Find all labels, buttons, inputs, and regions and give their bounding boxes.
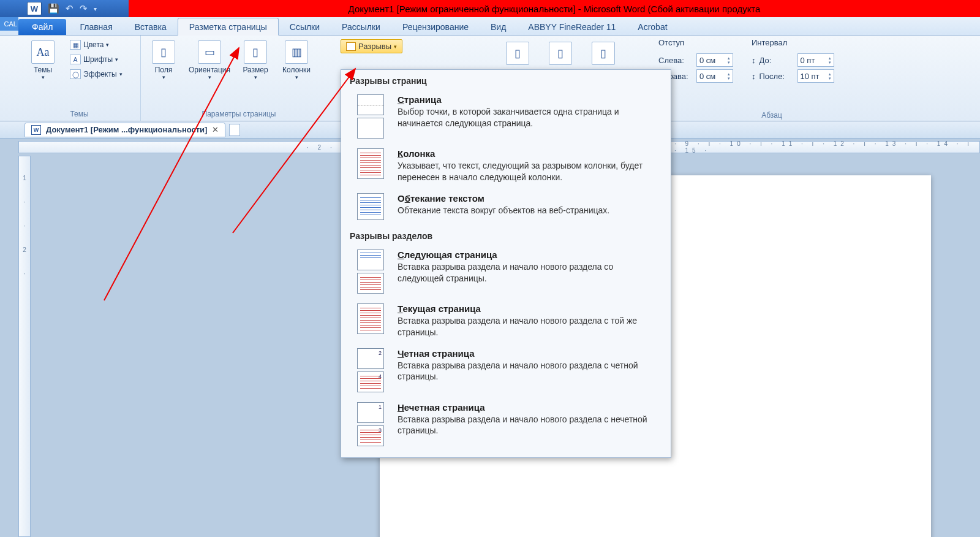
group-themes: Aa Темы ▾ ▦Цвета▾ AШрифты▾ ◯Эффекты▾ Тем…: [18, 36, 141, 121]
break-page[interactable]: СтраницаВыбор точки, в которой заканчива…: [341, 90, 671, 143]
orientation-button[interactable]: ▭Ориентация▾: [185, 38, 234, 83]
fonts-icon: A: [70, 55, 81, 64]
borders-placeholder[interactable]: ▯: [588, 39, 619, 70]
tab-mailings[interactable]: Рассылки: [331, 18, 391, 35]
spacing-header: Интервал: [752, 38, 834, 51]
size-button[interactable]: ▯Размер▾: [238, 38, 273, 83]
fonts-button[interactable]: AШрифты▾: [66, 53, 126, 66]
quick-access-toolbar: 💾 ↶ ↷ ▾: [48, 3, 97, 14]
breaks-icon: [346, 42, 356, 51]
margins-icon: ▯: [152, 40, 175, 64]
tab-acrobat[interactable]: Acrobat: [627, 18, 678, 35]
break-column[interactable]: КолонкаУказывает, что текст, следующий з…: [341, 143, 671, 188]
columns-icon: ▥: [285, 40, 308, 64]
spacing-after-icon: ↕: [752, 72, 756, 81]
paragraph-group-label: Абзац: [735, 111, 809, 120]
spacing-after-input[interactable]: 10 пт▴▾: [797, 69, 834, 83]
break-text-wrapping[interactable]: Обтекание текстомОбтекание текста вокруг…: [341, 188, 671, 225]
orientation-icon: ▭: [198, 40, 221, 64]
group-page-setup: ▯Поля▾ ▭Ориентация▾ ▯Размер▾ ▥Колонки▾ П…: [141, 36, 337, 121]
ribbon-tabs: Файл Главная Вставка Разметка страницы С…: [0, 17, 980, 36]
colors-icon: ▦: [70, 40, 81, 50]
document-tab[interactable]: W Документ1 [Режим ...функциональности] …: [24, 123, 225, 137]
tab-review[interactable]: Рецензирование: [391, 18, 480, 35]
spacing-before-input[interactable]: 0 пт▴▾: [797, 53, 834, 67]
indent-header: Отступ: [658, 38, 733, 51]
undo-icon[interactable]: ↶: [66, 3, 74, 14]
left-stub: CAL: [0, 17, 18, 31]
tab-insert[interactable]: Вставка: [124, 18, 178, 35]
themes-button[interactable]: Aa Темы ▾: [23, 38, 62, 83]
effects-button[interactable]: ◯Эффекты▾: [66, 67, 126, 81]
title-text: Документ1 [Режим ограниченной функционал…: [129, 0, 980, 17]
margins-button[interactable]: ▯Поля▾: [146, 38, 181, 83]
size-icon: ▯: [244, 40, 267, 64]
pagecolor-placeholder[interactable]: ▯: [545, 39, 576, 70]
word-icon: W: [27, 2, 42, 15]
breaks-dropdown: Разрывы страниц СтраницаВыбор точки, в к…: [341, 69, 671, 458]
titlebar: W 💾 ↶ ↷ ▾ Документ1 [Режим ограниченной …: [0, 0, 980, 17]
document-icon: W: [31, 125, 41, 135]
pagecolor-icon: ▯: [549, 42, 572, 65]
break-continuous[interactable]: Текущая страницаВставка разрыва раздела …: [341, 299, 671, 343]
columns-button[interactable]: ▥Колонки▾: [277, 38, 316, 83]
breaks-button[interactable]: Разрывы ▾: [341, 39, 402, 53]
section-page-breaks: Разрывы страниц: [341, 70, 671, 90]
new-doc-button[interactable]: [229, 124, 240, 136]
borders-icon: ▯: [592, 42, 615, 65]
vertical-ruler[interactable]: 1··2·: [18, 156, 31, 537]
page-setup-group-label: Параметры страницы: [146, 109, 332, 120]
indent-left-row: Слева: 0 см▴▾: [658, 53, 733, 67]
effects-icon: ◯: [70, 69, 81, 79]
tab-page-layout[interactable]: Разметка страницы: [178, 18, 279, 36]
watermark-icon: ▯: [506, 42, 529, 65]
indent-left-input[interactable]: 0 см▴▾: [696, 53, 733, 67]
themes-icon: Aa: [31, 40, 55, 64]
tab-view[interactable]: Вид: [480, 18, 517, 35]
break-odd-page[interactable]: 13 Нечетная страницаВставка разрыва разд…: [341, 397, 671, 451]
tab-references[interactable]: Ссылки: [279, 18, 331, 35]
watermark-placeholder[interactable]: ▯: [502, 39, 533, 70]
section-section-breaks: Разрывы разделов: [341, 225, 671, 245]
spacing-before-icon: ↕: [752, 56, 756, 65]
spacing-after-row: ↕ После: 10 пт▴▾: [752, 69, 834, 83]
indent-right-input[interactable]: 0 см▴▾: [696, 69, 733, 83]
qat-dropdown-icon[interactable]: ▾: [94, 6, 97, 12]
redo-icon[interactable]: ↷: [80, 3, 88, 14]
tab-abbyy[interactable]: ABBYY FineReader 11: [517, 18, 627, 35]
break-next-page[interactable]: Следующая страницаВставка разрыва раздел…: [341, 245, 671, 299]
break-even-page[interactable]: 24 Четная страницаВставка разрыва раздел…: [341, 343, 671, 397]
tab-file[interactable]: Файл: [18, 19, 66, 35]
themes-group-label: Темы: [23, 109, 135, 120]
tab-home[interactable]: Главная: [69, 18, 123, 35]
colors-button[interactable]: ▦Цвета▾: [66, 38, 126, 51]
close-doc-icon[interactable]: ✕: [212, 125, 219, 134]
save-icon[interactable]: 💾: [48, 3, 59, 14]
spacing-before-row: ↕ До: 0 пт▴▾: [752, 53, 834, 67]
